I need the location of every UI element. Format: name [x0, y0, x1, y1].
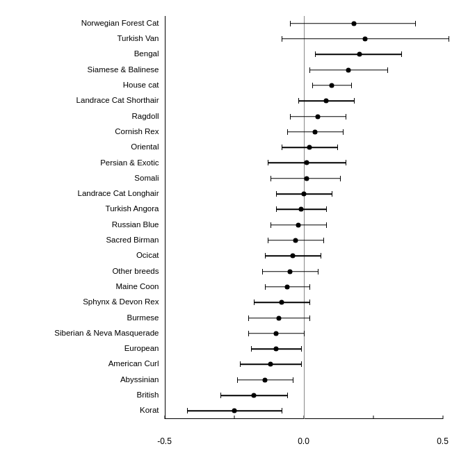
tick-right	[293, 377, 294, 383]
y-label: Other breeds	[112, 268, 159, 276]
y-label: Russian Blue	[112, 221, 159, 229]
x-tick	[442, 416, 443, 419]
y-label: Ocicat	[136, 252, 159, 260]
tick-right	[304, 331, 305, 336]
tick-right	[415, 21, 417, 26]
x-tick	[234, 416, 234, 419]
x-tick-label: 0.0	[298, 436, 309, 446]
tick-right	[351, 83, 353, 88]
y-label: Sphynx & Devon Rex	[83, 298, 159, 306]
y-label: Abyssinian	[120, 376, 159, 384]
data-dot	[329, 83, 334, 88]
tick-left	[262, 269, 264, 274]
tick-left	[237, 377, 239, 383]
tick-right	[301, 346, 302, 352]
data-dot	[279, 300, 284, 305]
tick-left	[220, 393, 222, 398]
tick-left	[309, 67, 311, 73]
data-dot	[296, 222, 300, 227]
data-dot	[357, 52, 362, 57]
tick-right	[354, 98, 355, 104]
data-dot	[298, 207, 303, 212]
data-dot	[251, 393, 256, 398]
y-label: British	[137, 391, 159, 400]
data-dot	[323, 99, 328, 104]
data-dot	[262, 377, 267, 382]
y-label: Cornish Rex	[115, 128, 159, 136]
data-dot	[351, 21, 356, 26]
data-dot	[284, 284, 289, 289]
y-label: Ragdoll	[132, 113, 159, 121]
tick-left	[268, 160, 269, 165]
data-dot	[290, 254, 295, 258]
data-dot	[301, 192, 306, 197]
y-label: Korat	[140, 407, 159, 415]
tick-right	[346, 160, 347, 165]
y-label: American Curl	[108, 360, 159, 368]
data-dot	[273, 347, 278, 352]
data-dot	[304, 176, 309, 181]
y-label: Somali	[134, 174, 159, 183]
y-label: Norwegian Forest Cat	[81, 19, 159, 28]
tick-right	[449, 36, 450, 42]
tick-left	[290, 114, 291, 120]
data-dot	[362, 36, 367, 41]
y-label: Oriental	[131, 143, 159, 151]
tick-right	[343, 129, 344, 135]
y-label: Turkish Angora	[106, 205, 159, 213]
tick-right	[332, 191, 333, 197]
tick-left	[187, 408, 188, 413]
data-dot	[304, 161, 309, 165]
data-dot	[276, 315, 281, 320]
y-axis-labels: Norwegian Forest CatTurkish VanBengalSia…	[19, 16, 165, 419]
y-label: Landrace Cat Longhair	[78, 190, 159, 198]
tick-right	[318, 269, 319, 274]
tick-left	[282, 36, 283, 42]
tick-left	[248, 315, 250, 321]
data-dot	[315, 114, 320, 119]
chart-container: Norwegian Forest CatTurkish VanBengalSia…	[12, 9, 457, 468]
y-label: Burmese	[127, 314, 159, 322]
y-label: Siberian & Neva Masquerade	[54, 329, 159, 338]
tick-right	[309, 284, 311, 290]
tick-left	[254, 299, 255, 305]
data-dot	[307, 145, 312, 150]
y-label: Turkish Van	[117, 35, 159, 43]
tick-right	[387, 67, 389, 73]
tick-right	[309, 315, 311, 321]
tick-left	[298, 98, 300, 104]
data-dot	[232, 409, 236, 413]
x-tick-label: -0.5	[157, 436, 172, 446]
y-label: Maine Coon	[115, 283, 159, 291]
tick-left	[265, 284, 266, 290]
data-dot	[273, 331, 278, 336]
tick-right	[326, 206, 328, 212]
zero-line	[304, 16, 305, 419]
tick-right	[401, 51, 403, 57]
tick-right	[282, 408, 283, 413]
tick-left	[276, 191, 277, 197]
tick-left	[271, 176, 272, 181]
tick-left	[248, 331, 250, 336]
y-label: House cat	[123, 81, 159, 90]
tick-right	[337, 145, 339, 150]
tick-right	[309, 299, 311, 305]
tick-left	[240, 361, 241, 367]
data-dot	[312, 129, 317, 134]
data-dot	[293, 238, 298, 243]
tick-left	[315, 51, 316, 57]
left-border	[165, 16, 166, 419]
tick-left	[265, 253, 266, 258]
tick-left	[251, 346, 252, 352]
tick-right	[340, 176, 341, 181]
x-tick-label: 0.5	[437, 436, 449, 446]
data-dot	[268, 362, 273, 367]
data-dot	[346, 67, 350, 72]
tick-right	[323, 238, 325, 243]
tick-left	[290, 21, 291, 26]
y-label: European	[124, 345, 159, 353]
tick-left	[287, 129, 289, 135]
x-tick	[373, 416, 373, 419]
tick-right	[346, 114, 347, 120]
chart-area: Norwegian Forest CatTurkish VanBengalSia…	[19, 16, 443, 440]
